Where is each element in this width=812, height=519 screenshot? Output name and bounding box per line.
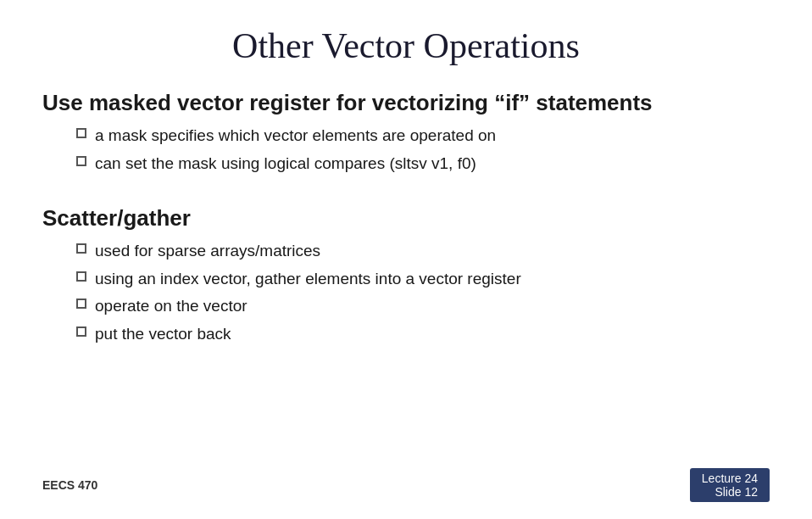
bullet-icon — [76, 243, 86, 254]
section1-bullet-1: a mask specifies which vector elements a… — [95, 125, 496, 148]
section2-heading: Scatter/gather — [42, 205, 770, 232]
footer: EECS 470 Lecture 24 Slide 12 — [42, 468, 770, 502]
footer-slide: Slide 12 — [702, 485, 758, 499]
section2-bullet-4: put the vector back — [95, 323, 231, 346]
slide: Other Vector Operations Use masked vecto… — [0, 0, 812, 519]
section1: Use masked vector register for vectorizi… — [42, 90, 770, 192]
list-item: put the vector back — [76, 323, 770, 346]
section2: Scatter/gather used for sparse arrays/ma… — [42, 205, 770, 362]
bullet-icon — [76, 128, 86, 138]
bullet-icon — [76, 156, 86, 166]
section2-bullet-2: using an index vector, gather elements i… — [95, 268, 521, 291]
footer-lecture: Lecture 24 — [702, 472, 758, 485]
bullet-icon — [76, 326, 86, 337]
list-item: used for sparse arrays/matrices — [76, 240, 770, 263]
bullet-icon — [76, 299, 86, 309]
list-item: can set the mask using logical compares … — [76, 153, 770, 176]
bullet-icon — [76, 271, 86, 282]
section1-bullets: a mask specifies which vector elements a… — [76, 125, 770, 175]
section1-bullet-2: can set the mask using logical compares … — [95, 153, 476, 176]
footer-course: EECS 470 — [42, 478, 97, 492]
list-item: using an index vector, gather elements i… — [76, 268, 770, 291]
list-item: a mask specifies which vector elements a… — [76, 125, 770, 148]
section2-bullets: used for sparse arrays/matrices using an… — [76, 240, 770, 345]
section2-bullet-1: used for sparse arrays/matrices — [95, 240, 320, 263]
section2-bullet-3: operate on the vector — [95, 295, 247, 318]
section1-heading: Use masked vector register for vectorizi… — [42, 90, 770, 116]
list-item: operate on the vector — [76, 295, 770, 318]
slide-title: Other Vector Operations — [42, 25, 770, 66]
footer-slide-info: Lecture 24 Slide 12 — [690, 468, 770, 502]
